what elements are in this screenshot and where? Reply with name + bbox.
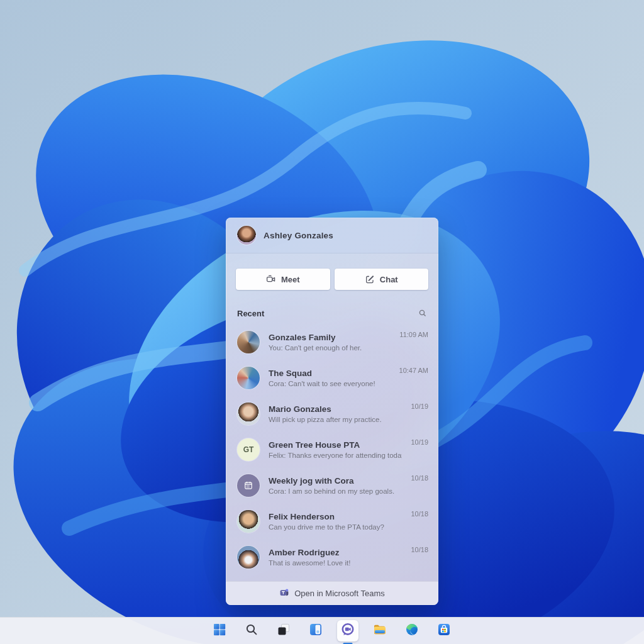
file-explorer-button[interactable]: [369, 620, 391, 641]
windows-start-icon: [212, 622, 227, 640]
search-taskbar-icon: [244, 622, 259, 640]
action-row: Meet Chat: [226, 253, 438, 290]
microsoft-store-button[interactable]: [433, 620, 455, 641]
chat-preview: Will pick up pizza after my practice.: [269, 416, 402, 423]
chat-preview: Cora: Can't wait to see everyone!: [269, 380, 391, 387]
chat-title: Weekly jog with Cora: [269, 476, 402, 486]
task-view-icon: [276, 622, 291, 640]
chat-preview: Cora: I am so behind on my step goals.: [269, 487, 402, 495]
meet-button-label: Meet: [281, 275, 300, 284]
chat-title: Gonzales Family: [269, 333, 391, 342]
chat-list-item[interactable]: The Squad Cora: Can't wait to see everyo…: [226, 360, 438, 396]
edge-browser-icon: [404, 622, 419, 640]
search-button[interactable]: [241, 620, 262, 641]
taskbar: [0, 617, 644, 644]
chat-timestamp: 10/18: [411, 510, 428, 518]
open-in-teams-label: Open in Microsoft Teams: [294, 589, 385, 598]
teams-chat-bubble-icon: [340, 621, 356, 640]
chat-preview: Can you drive me to the PTA today?: [269, 523, 402, 531]
user-name: Ashley Gonzales: [264, 231, 333, 240]
search-icon[interactable]: [417, 308, 428, 319]
avatar-initials-text: GT: [243, 445, 254, 454]
chat-timestamp: 10/18: [411, 474, 428, 482]
start-button[interactable]: [209, 620, 230, 641]
teams-icon: [279, 587, 289, 600]
chat-timestamp: 10/19: [411, 438, 428, 446]
chat-preview: That is awesome! Love it!: [269, 559, 402, 567]
chat-button[interactable]: Chat: [335, 269, 429, 290]
edge-button[interactable]: [401, 620, 423, 641]
avatar-felix-henderson: [237, 510, 260, 533]
widgets-icon: [308, 622, 323, 640]
recent-row: Recent: [226, 290, 438, 324]
teams-chat-flyout: Ashley Gonzales Meet: [226, 218, 438, 605]
chat-timestamp: 10/19: [411, 402, 428, 410]
avatar-initials: GT: [237, 438, 260, 461]
chat-title: The Squad: [269, 369, 391, 378]
microsoft-store-icon: [436, 622, 452, 640]
chat-list-item[interactable]: Amber Rodriguez That is awesome! Love it…: [226, 539, 438, 575]
recent-conversations-list: Gonzales Family You: Can't get enough of…: [226, 324, 438, 581]
chat-title: Felix Henderson: [269, 512, 402, 521]
chat-list-item[interactable]: Felix Henderson Can you drive me to the …: [226, 503, 438, 539]
task-view-button[interactable]: [273, 620, 294, 641]
calendar-avatar-icon: [237, 474, 260, 497]
meet-button[interactable]: Meet: [236, 269, 330, 290]
chat-timestamp: 10/18: [411, 546, 428, 553]
chat-title: Green Tree House PTA: [269, 440, 402, 450]
chat-title: Mario Gonzales: [269, 404, 402, 414]
chat-preview: You: Can't get enough of her.: [269, 344, 391, 352]
avatar-the-squad: [237, 367, 260, 389]
chat-list-item[interactable]: Gonzales Family You: Can't get enough of…: [226, 324, 438, 360]
chat-teams-button[interactable]: [337, 620, 358, 641]
desktop: Ashley Gonzales Meet: [0, 0, 644, 644]
avatar-mario-gonzales: [237, 402, 260, 425]
recent-label: Recent: [237, 309, 264, 318]
chat-timestamp: 10:47 AM: [399, 367, 428, 374]
chat-preview: Felix: Thanks everyone for attending tod…: [269, 452, 402, 459]
chat-list-item[interactable]: Mario Gonzales Will pick up pizza after …: [226, 396, 438, 431]
chat-timestamp: 11:09 AM: [399, 331, 428, 338]
open-in-teams-link[interactable]: Open in Microsoft Teams: [226, 581, 438, 605]
chat-list-item[interactable]: Weekly jog with Cora Cora: I am so behin…: [226, 467, 438, 503]
chat-button-label: Chat: [380, 275, 398, 284]
chat-list-item[interactable]: GT Green Tree House PTA Felix: Thanks ev…: [226, 431, 438, 467]
flyout-header: Ashley Gonzales: [226, 218, 438, 253]
user-avatar[interactable]: [237, 226, 256, 245]
avatar-gonzales-family: [237, 331, 260, 353]
file-explorer-icon: [372, 622, 387, 640]
chat-title: Amber Rodriguez: [269, 548, 402, 557]
compose-icon: [365, 274, 375, 284]
video-camera-plus-icon: [266, 274, 276, 284]
avatar-amber-rodriguez: [237, 546, 260, 569]
taskbar-icon-row: [209, 620, 455, 641]
widgets-button[interactable]: [305, 620, 326, 641]
